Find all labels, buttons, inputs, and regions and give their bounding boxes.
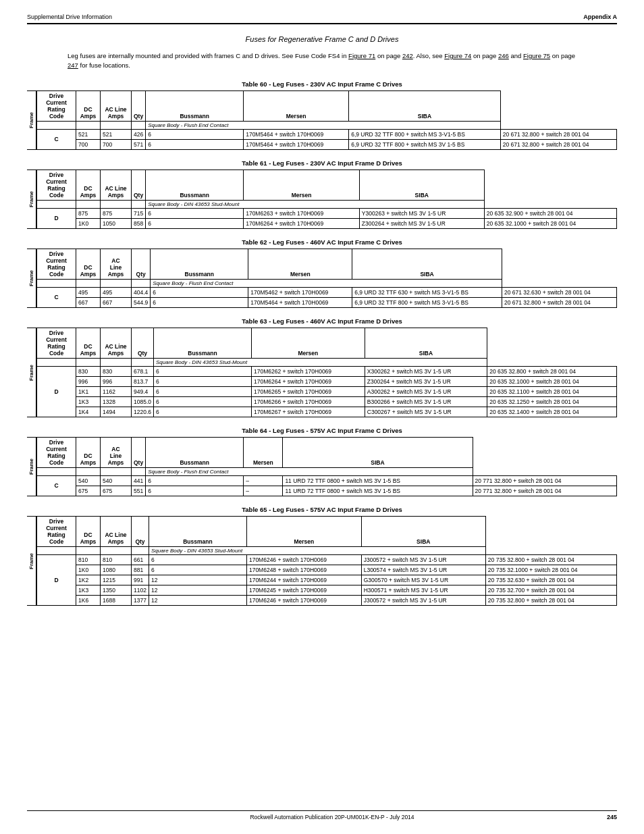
figure74-link[interactable]: Figure 74	[444, 52, 471, 59]
page-title: Fuses for Regenerative Frame C and D Dri…	[27, 35, 617, 43]
footer-center: Rockwell Automation Publication 20P-UM00…	[68, 814, 597, 820]
cell-r0-c3: 6	[146, 208, 244, 218]
table-row: 1K414941220.66170M6267 + switch 170H0069…	[37, 407, 617, 417]
cell-r1-c2: 571	[132, 139, 146, 149]
th-6-tbl1: SIBA	[359, 170, 484, 200]
page242-link[interactable]: 242	[402, 52, 413, 59]
cell-r0-c1: 521	[101, 129, 132, 139]
th-3-tbl5: Qty	[132, 516, 149, 546]
cell-r4-c4: 170M6267 + switch 170H0069	[252, 407, 365, 417]
frame-value-cell: D	[37, 554, 76, 605]
cell-r2-c0: 1K1	[76, 386, 101, 396]
page246-link[interactable]: 246	[498, 52, 509, 59]
cell-r2-c2: 991	[132, 575, 149, 585]
th-0-tbl1: DriveCurrentRatingCode	[37, 170, 76, 200]
th-5-tbl3: Mersen	[252, 328, 365, 358]
cell-r3-c3: 12	[149, 585, 246, 595]
cell-r1-c6: 20 635 32.1000 + switch 28 001 04	[487, 376, 617, 386]
cell-r1-c1: 675	[101, 486, 132, 496]
cell-r4-c6: 20 735 32.800 + switch 28 001 04	[485, 595, 616, 605]
cell-r3-c2: 1085.0	[132, 396, 154, 407]
data-table-3: DriveCurrentRatingCodeDCAmpsAC LineAmpsQ…	[36, 328, 617, 417]
cell-r0-c4: 170M6263 + switch 170H0069	[244, 208, 360, 218]
intro-text: Leg fuses are internally mounted and pro…	[68, 51, 576, 71]
table-row: 1K2121599112170M6244 + switch 170H0069G3…	[37, 575, 617, 585]
cell-r4-c5: C300267 + switch MS 3V 1-5 UR	[365, 407, 487, 417]
th-6-tbl2: SIBA	[352, 249, 502, 279]
frame-value-cell: C	[37, 129, 76, 149]
table-row: 7007005716170M5464 + switch 170H00696,9 …	[37, 139, 617, 149]
frame-label-col-3: Frame	[27, 328, 36, 417]
cell-r1-c4: 170M6248 + switch 170H0069	[246, 565, 361, 575]
page247-link[interactable]: 247	[68, 61, 78, 69]
frame-label-col-2: Frame	[27, 249, 36, 308]
cell-r2-c6: 20 735 32.630 + switch 28 001 04	[485, 575, 616, 585]
cell-r4-c3: 12	[149, 595, 246, 605]
cell-r1-c5: Z300264 + switch MS 3V 1-5 UR	[359, 218, 484, 228]
cell-r0-c0: 540	[76, 475, 101, 486]
th-4-tbl1: Bussmann	[146, 170, 244, 200]
cell-r0-c5: 6,9 URD 32 TTF 630 + switch MS 3-V1-5 BS	[352, 287, 502, 297]
table-row: 1K61688137712170M6246 + switch 170H0069J…	[37, 595, 617, 605]
cell-r4-c0: 1K4	[76, 407, 101, 417]
table-title-3: Table 63 - Leg Fuses - 460V AC Input Fra…	[27, 317, 617, 325]
cell-r2-c5: G300570 + switch MS 3V 1-5 UR	[361, 575, 485, 585]
cell-r1-c2: 858	[132, 218, 146, 228]
header-left: Supplemental Drive Information	[27, 14, 112, 20]
cell-r0-c6: 20 671 32.800 + switch 28 001 04	[500, 129, 616, 139]
cell-r0-c2: 441	[132, 475, 146, 486]
th-6-tbl5: SIBA	[361, 516, 485, 546]
cell-r0-c6: 20 771 32.800 + switch 28 001 04	[473, 475, 616, 486]
cell-r2-c3: 6	[154, 386, 252, 396]
cell-r0-c0: 495	[76, 287, 101, 297]
table-row: 1K31350110212170M6245 + switch 170H0069H…	[37, 585, 617, 595]
data-table-4: DriveCurrentRatingCodeDCAmpsACLineAmpsQt…	[36, 437, 617, 496]
th-5-tbl0: Mersen	[244, 90, 349, 121]
th-3-tbl2: Qty	[132, 249, 151, 279]
th-2-tbl5: AC LineAmps	[101, 516, 132, 546]
cell-r1-c1: 996	[101, 376, 132, 386]
figure75-link[interactable]: Figure 75	[523, 52, 550, 59]
cell-r3-c4: 170M6266 + switch 170H0069	[252, 396, 365, 407]
data-table-2: DriveCurrentRatingCodeDCAmpsACLineAmpsQt…	[36, 249, 617, 308]
cell-r1-c1: 667	[101, 297, 132, 307]
cell-r4-c4: 170M6246 + switch 170H0069	[246, 595, 361, 605]
th-4-tbl3: Bussmann	[154, 328, 252, 358]
cell-r1-c6: 20 771 32.800 + switch 28 001 04	[473, 486, 616, 496]
cell-r0-c2: 678.1	[132, 366, 154, 376]
th-1-tbl0: DCAmps	[76, 90, 101, 121]
table-title-4: Table 64 - Leg Fuses - 575V AC Input Fra…	[27, 427, 617, 434]
cell-r1-c0: 1K0	[76, 565, 101, 575]
th-4-tbl4: Bussmann	[146, 437, 244, 467]
footer-page: 245	[597, 814, 617, 820]
frame-label-col-1: Frame	[27, 170, 36, 229]
frame-label-col-4: Frame	[27, 437, 36, 496]
cell-r1-c4: 170M5464 + switch 170H0069	[244, 139, 349, 149]
cell-r1-c5: 6,9 URD 32 TTF 800 + switch MS 3-V1-5 BS	[352, 297, 502, 307]
cell-r4-c1: 1494	[101, 407, 132, 417]
frame-value-cell: C	[37, 287, 76, 307]
cell-r0-c3: 6	[146, 475, 244, 486]
header-bar: Supplemental Drive Information Appendix …	[27, 14, 617, 24]
cell-r2-c4: 170M6244 + switch 170H0069	[246, 575, 361, 585]
cell-r2-c0: 1K2	[76, 575, 101, 585]
cell-r3-c2: 1102	[132, 585, 149, 595]
cell-r4-c2: 1377	[132, 595, 149, 605]
th-2-tbl1: AC LineAmps	[101, 170, 132, 200]
page-title-section: Fuses for Regenerative Frame C and D Dri…	[27, 35, 617, 43]
th-3-tbl3: Qty	[132, 328, 154, 358]
cell-r0-c1: 875	[101, 208, 132, 218]
frame-value-cell: D	[37, 208, 76, 228]
cell-r1-c4: 170M6264 + switch 170H0069	[244, 218, 360, 228]
figure71-link[interactable]: Figure 71	[348, 52, 375, 59]
cell-r3-c1: 1328	[101, 396, 132, 407]
th-1-tbl2: DCAmps	[76, 249, 101, 279]
table-row: 1K010508586170M6264 + switch 170H0069Z30…	[37, 218, 617, 228]
cell-r3-c1: 1350	[101, 585, 132, 595]
cell-r1-c6: 20 635 32.1000 + switch 28 001 04	[484, 218, 616, 228]
cell-r0-c0: 875	[76, 208, 101, 218]
cell-r1-c2: 551	[132, 486, 146, 496]
cell-r1-c5: 11 URD 72 TTF 0800 + switch MS 3V 1-5 BS	[283, 486, 473, 496]
table-section-4: Table 64 - Leg Fuses - 575V AC Input Fra…	[27, 427, 617, 496]
cell-r1-c0: 700	[76, 139, 101, 149]
